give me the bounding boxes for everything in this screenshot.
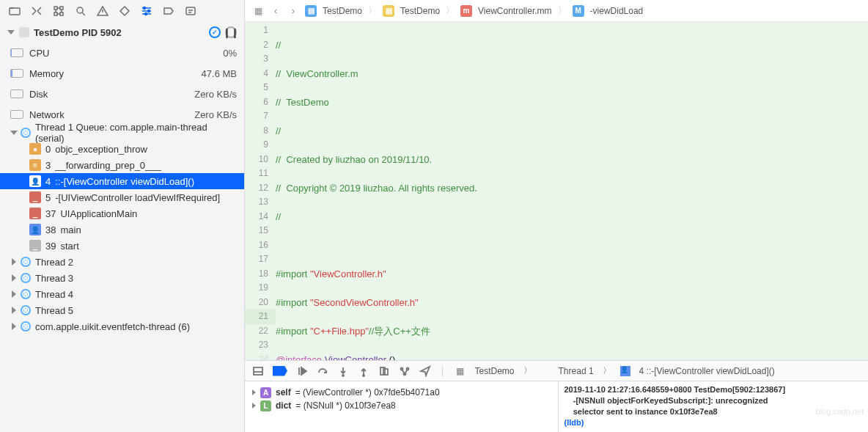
symbol-icon[interactable] [53, 5, 65, 17]
gauge-icon [10, 69, 23, 78]
disclosure-icon [12, 323, 16, 330]
navigator-toolbar [0, 0, 244, 22]
stack-frame-selected[interactable]: 👤4::-[ViewController viewDidLoad]() [0, 173, 244, 189]
app-icon [19, 27, 29, 37]
jump-method[interactable]: -viewDidLoad [590, 6, 644, 16]
frame-badge: ● [29, 143, 41, 155]
watermark: blog.csdn.net [816, 407, 864, 416]
source-control-icon[interactable] [31, 5, 43, 17]
process-icon: ▦ [455, 365, 466, 377]
variable-row[interactable]: Ldict = (NSNull *) 0x10f3e7ea8 [252, 399, 551, 412]
report-icon[interactable] [185, 5, 196, 17]
thread-icon [21, 128, 31, 138]
process-row[interactable]: TestDemo PID 5902 ✓ ❙❙ [0, 22, 244, 43]
breakpoint-icon[interactable] [163, 5, 174, 17]
thread-icon [21, 305, 31, 315]
memory-gauge-icon[interactable]: ❙❙ [225, 26, 237, 38]
svg-point-7 [148, 10, 150, 12]
svg-rect-2 [60, 7, 63, 10]
method-icon: M [573, 5, 584, 17]
breakpoints-toggle[interactable] [273, 366, 287, 376]
view-debug-icon[interactable] [378, 365, 390, 377]
disclosure-icon [252, 403, 256, 409]
code-content[interactable]: // // ViewController.m // TestDemo // //… [276, 22, 868, 360]
disclosure-icon [7, 30, 15, 34]
frame-badge: ≡ [29, 159, 41, 171]
jump-project[interactable]: TestDemo [323, 6, 362, 16]
file-type-icon: m [460, 5, 472, 17]
lldb-prompt: (lldb) [564, 418, 584, 427]
svg-point-8 [145, 13, 147, 15]
folder-icon: ▤ [383, 5, 394, 17]
folder-icon[interactable] [9, 5, 21, 17]
frame-badge: 👤 [29, 224, 41, 235]
svg-rect-3 [54, 12, 57, 15]
thread-row[interactable]: Thread 5 [0, 302, 244, 318]
disclosure-icon [12, 274, 16, 282]
stack-frame[interactable]: 👤38main [0, 222, 244, 238]
variables-view[interactable]: Aself = (ViewController *) 0x7fde5b4071a… [245, 381, 558, 432]
stack-frame[interactable]: ⎯5-[UIViewController loadViewIfRequired] [0, 189, 244, 205]
related-items-icon[interactable]: ▦ [252, 5, 264, 17]
disclosure-icon [10, 131, 18, 135]
thread-icon [21, 321, 31, 332]
issue-icon[interactable] [97, 5, 108, 17]
frame-badge: 👤 [620, 366, 630, 376]
cpu-gauge-icon[interactable]: ✓ [209, 26, 221, 38]
debug-process[interactable]: TestDemo [475, 366, 515, 376]
continue-icon[interactable] [296, 365, 308, 377]
debug-frame[interactable]: 4 ::-[ViewController viewDidLoad]() [639, 366, 775, 376]
memory-stat[interactable]: Memory47.6 MB [0, 63, 244, 84]
disk-stat[interactable]: DiskZero KB/s [0, 84, 244, 104]
thread-icon [21, 273, 31, 283]
thread-row[interactable]: Thread 1 Queue: com.apple.main-thread (s… [0, 125, 244, 141]
step-into-icon[interactable] [337, 365, 349, 377]
process-title: TestDemo PID 5902 [34, 27, 209, 38]
var-kind-icon: L [260, 400, 271, 411]
debug-icon[interactable] [141, 5, 152, 17]
cpu-stat[interactable]: CPU0% [0, 43, 244, 63]
thread-row[interactable]: com.apple.uikit.eventfetch-thread (6) [0, 318, 244, 334]
frame-badge: ⎯ [29, 208, 41, 219]
svg-rect-9 [186, 7, 195, 15]
find-icon[interactable] [75, 5, 87, 17]
stack-frame[interactable]: ⎯37UIApplicationMain [0, 205, 244, 222]
back-icon[interactable]: ‹ [270, 5, 282, 17]
jump-folder[interactable]: TestDemo [400, 6, 440, 16]
svg-rect-1 [54, 7, 57, 10]
thread-row[interactable]: Thread 4 [0, 286, 244, 302]
jump-file[interactable]: ViewController.mm [478, 6, 551, 16]
project-icon: ▤ [305, 5, 317, 17]
debug-thread[interactable]: Thread 1 [559, 366, 594, 376]
disclosure-icon [12, 307, 16, 314]
stack-frame[interactable]: ≡3__forwarding_prep_0___ [0, 157, 244, 173]
memory-graph-icon[interactable] [399, 365, 411, 377]
disclosure-icon [12, 290, 16, 298]
frame-badge: ⎯ [29, 240, 41, 252]
line-gutter: 123456789101112131415161718192021222324 [245, 22, 276, 360]
variable-row[interactable]: Aself = (ViewController *) 0x7fde5b4071a… [252, 386, 551, 399]
thread-icon [541, 367, 550, 376]
location-icon[interactable] [419, 365, 431, 377]
debug-area: Aself = (ViewController *) 0x7fde5b4071a… [245, 381, 868, 432]
disclosure-icon [252, 389, 256, 395]
var-kind-icon: A [260, 387, 271, 398]
forward-icon[interactable]: › [287, 5, 299, 17]
gauge-icon [10, 48, 23, 57]
svg-point-11 [342, 375, 344, 376]
svg-point-5 [77, 7, 83, 13]
disclosure-icon [12, 258, 16, 266]
hide-debug-icon[interactable] [252, 365, 264, 377]
step-over-icon[interactable] [317, 365, 328, 377]
test-icon[interactable] [119, 5, 130, 17]
svg-rect-14 [383, 369, 388, 375]
step-out-icon[interactable] [358, 365, 369, 377]
thread-row[interactable]: Thread 2 [0, 254, 244, 270]
thread-row[interactable]: Thread 3 [0, 270, 244, 286]
code-editor[interactable]: 123456789101112131415161718192021222324 … [245, 22, 868, 360]
stack-frame[interactable]: ⎯39start [0, 238, 244, 254]
jump-bar[interactable]: ▦ ‹ › ▤TestDemo〉 ▤TestDemo〉 mViewControl… [245, 0, 868, 22]
gauge-icon [10, 89, 23, 98]
stack-frame[interactable]: ●0objc_exception_throw [0, 141, 244, 157]
main-area: ▦ ‹ › ▤TestDemo〉 ▤TestDemo〉 mViewControl… [245, 0, 868, 432]
